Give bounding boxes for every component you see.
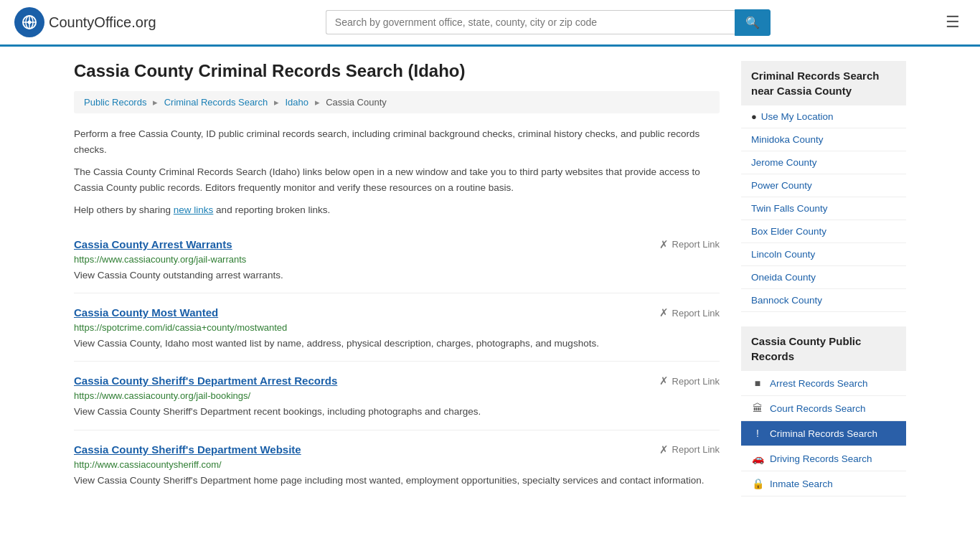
public-records-list: ■ Arrest Records Search 🏛 Court Records … bbox=[741, 371, 906, 496]
description-3: Help others by sharing new links and rep… bbox=[74, 202, 720, 218]
search-button[interactable]: 🔍 bbox=[735, 9, 771, 36]
record-description: View Cassia County outstanding arrest wa… bbox=[74, 268, 720, 283]
breadcrumb-public-records[interactable]: Public Records bbox=[84, 97, 146, 108]
public-records-item: 🚗 Driving Records Search bbox=[741, 446, 906, 471]
pr-icon: 🚗 bbox=[751, 453, 764, 464]
pr-icon: ! bbox=[751, 428, 764, 439]
sidebar-county-link[interactable]: Oneida County bbox=[741, 266, 906, 288]
record-item: Cassia County Sheriff's Department Websi… bbox=[74, 430, 720, 498]
use-location-link[interactable]: Use My Location bbox=[761, 111, 834, 122]
description-1: Perform a free Cassia County, ID public … bbox=[74, 126, 720, 157]
record-title[interactable]: Cassia County Arrest Warrants bbox=[74, 238, 232, 250]
report-link-label[interactable]: Report Link bbox=[672, 376, 720, 387]
pr-icon: ■ bbox=[751, 377, 764, 389]
page-title: Cassia County Criminal Records Search (I… bbox=[74, 61, 720, 81]
breadcrumb: Public Records ▸ Criminal Records Search… bbox=[74, 91, 720, 113]
record-url[interactable]: https://spotcrime.com/id/cassia+county/m… bbox=[74, 322, 720, 333]
sidebar-county-item: Twin Falls County bbox=[741, 197, 906, 220]
record-description: View Cassia County Sheriff's Department … bbox=[74, 474, 720, 488]
hamburger-menu[interactable]: ☰ bbox=[940, 10, 966, 34]
record-item: Cassia County Most Wanted ✗ Report Link … bbox=[74, 293, 720, 362]
sidebar-county-link[interactable]: Jerome County bbox=[741, 151, 906, 174]
report-link[interactable]: ✗ Report Link bbox=[659, 443, 720, 456]
sidebar-county-item: Box Elder County bbox=[741, 220, 906, 243]
search-area: 🔍 bbox=[326, 9, 771, 36]
description-2: The Cassia County Criminal Records Searc… bbox=[74, 164, 720, 195]
search-input[interactable] bbox=[326, 10, 735, 34]
sidebar-county-item: Oneida County bbox=[741, 266, 906, 289]
record-title[interactable]: Cassia County Most Wanted bbox=[74, 306, 218, 319]
public-records-item: 🔒 Inmate Search bbox=[741, 471, 906, 496]
record-item: Cassia County Sheriff's Department Arres… bbox=[74, 362, 720, 430]
main-container: Cassia County Criminal Records Search (I… bbox=[60, 47, 920, 512]
sidebar-county-item: Minidoka County bbox=[741, 128, 906, 151]
record-url[interactable]: https://www.cassiacounty.org/jail-warran… bbox=[74, 254, 720, 265]
sidebar-county-link[interactable]: Twin Falls County bbox=[741, 197, 906, 220]
report-link[interactable]: ✗ Report Link bbox=[659, 306, 720, 319]
record-url[interactable]: http://www.cassiacountysheriff.com/ bbox=[74, 459, 720, 470]
record-item: Cassia County Arrest Warrants ✗ Report L… bbox=[74, 225, 720, 293]
record-description: View Cassia County Sheriff's Department … bbox=[74, 405, 720, 419]
public-records-item: ■ Arrest Records Search bbox=[741, 371, 906, 396]
report-icon: ✗ bbox=[659, 375, 669, 387]
sidebar-county-link[interactable]: Lincoln County bbox=[741, 243, 906, 265]
report-link[interactable]: ✗ Report Link bbox=[659, 375, 720, 387]
report-link-label[interactable]: Report Link bbox=[672, 308, 720, 319]
sidebar-county-link[interactable]: Bannock County bbox=[741, 289, 906, 311]
public-records-link[interactable]: 🏛 Court Records Search bbox=[741, 396, 906, 420]
public-records-item: 🏛 Court Records Search bbox=[741, 396, 906, 421]
report-link-label[interactable]: Report Link bbox=[672, 444, 720, 455]
sidebar-county-link[interactable]: Power County bbox=[741, 174, 906, 197]
svg-point-5 bbox=[28, 21, 32, 24]
report-icon: ✗ bbox=[659, 443, 669, 456]
record-description: View Cassia County, Idaho most wanted li… bbox=[74, 336, 720, 351]
report-link[interactable]: ✗ Report Link bbox=[659, 238, 720, 251]
record-title[interactable]: Cassia County Sheriff's Department Arres… bbox=[74, 375, 337, 387]
pr-label: Inmate Search bbox=[770, 479, 833, 489]
public-records-link[interactable]: ■ Arrest Records Search bbox=[741, 371, 906, 395]
record-url[interactable]: https://www.cassiacounty.org/jail-bookin… bbox=[74, 390, 720, 401]
pr-label: Court Records Search bbox=[770, 403, 866, 414]
public-records-section-header: Cassia County Public Records bbox=[741, 326, 906, 371]
pr-label: Criminal Records Search bbox=[770, 428, 877, 439]
use-location[interactable]: ● Use My Location bbox=[741, 105, 906, 128]
site-header: CountyOffice.org 🔍 ☰ bbox=[0, 0, 980, 47]
public-records-link[interactable]: 🔒 Inmate Search bbox=[741, 471, 906, 496]
sidebar-county-item: Lincoln County bbox=[741, 243, 906, 266]
breadcrumb-criminal-records[interactable]: Criminal Records Search bbox=[164, 97, 268, 108]
nearby-title: Criminal Records Search near Cassia Coun… bbox=[751, 68, 896, 98]
sidebar: Criminal Records Search near Cassia Coun… bbox=[741, 61, 906, 498]
pr-icon: 🔒 bbox=[751, 478, 764, 489]
sidebar-county-item: Bannock County bbox=[741, 289, 906, 312]
pr-label: Driving Records Search bbox=[770, 453, 872, 464]
logo-text: CountyOffice.org bbox=[49, 14, 156, 31]
report-link-label[interactable]: Report Link bbox=[672, 239, 720, 250]
nearby-section-header: Criminal Records Search near Cassia Coun… bbox=[741, 61, 906, 105]
report-icon: ✗ bbox=[659, 306, 669, 319]
pr-icon: 🏛 bbox=[751, 402, 764, 414]
content-area: Cassia County Criminal Records Search (I… bbox=[74, 61, 720, 498]
public-records-item: ! Criminal Records Search bbox=[741, 421, 906, 446]
records-list: Cassia County Arrest Warrants ✗ Report L… bbox=[74, 225, 720, 498]
breadcrumb-idaho[interactable]: Idaho bbox=[285, 97, 308, 108]
nearby-counties-list: Minidoka CountyJerome CountyPower County… bbox=[741, 128, 906, 312]
public-records-title: Cassia County Public Records bbox=[751, 334, 896, 364]
record-title[interactable]: Cassia County Sheriff's Department Websi… bbox=[74, 443, 301, 456]
sidebar-county-item: Power County bbox=[741, 174, 906, 197]
pr-label: Arrest Records Search bbox=[770, 378, 868, 389]
report-icon: ✗ bbox=[659, 238, 669, 251]
sidebar-county-link[interactable]: Minidoka County bbox=[741, 128, 906, 151]
logo[interactable]: CountyOffice.org bbox=[14, 7, 156, 37]
breadcrumb-current: Cassia County bbox=[326, 97, 387, 108]
logo-icon bbox=[14, 7, 44, 37]
public-records-link[interactable]: 🚗 Driving Records Search bbox=[741, 446, 906, 471]
sidebar-county-link[interactable]: Box Elder County bbox=[741, 220, 906, 242]
sidebar-county-item: Jerome County bbox=[741, 151, 906, 174]
public-records-link[interactable]: ! Criminal Records Search bbox=[741, 421, 906, 446]
new-links-link[interactable]: new links bbox=[174, 204, 214, 215]
pin-icon: ● bbox=[751, 111, 757, 122]
